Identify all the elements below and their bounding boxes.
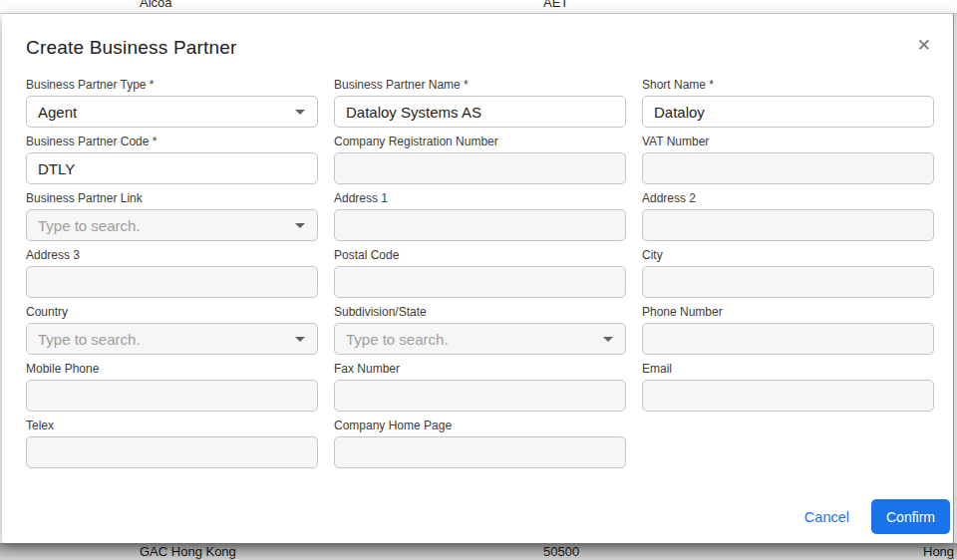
field-value: Type to search. [38, 331, 141, 348]
field-short-name: Short Name * Dataloy [642, 78, 934, 128]
input-short-name[interactable]: Dataloy [642, 96, 934, 128]
confirm-button[interactable]: Confirm [871, 499, 950, 534]
chevron-down-icon [295, 223, 305, 228]
input-business-partner-name[interactable]: Dataloy Systems AS [334, 96, 626, 128]
field-phone-number: Phone Number [642, 305, 934, 355]
chevron-down-icon [603, 337, 613, 342]
field-label: Business Partner Name * [334, 78, 626, 92]
field-telex: Telex [26, 419, 318, 468]
field-label: Mobile Phone [26, 362, 318, 376]
field-mobile-phone: Mobile Phone [26, 362, 318, 412]
field-subdivision-state: Subdivision/State Type to search. [334, 305, 626, 355]
field-business-partner-name: Business Partner Name * Dataloy Systems … [334, 78, 626, 128]
field-label: Email [642, 362, 934, 376]
field-country: Country Type to search. [26, 305, 318, 355]
background-table-row-top: Alcoa AET [0, 0, 957, 14]
field-address-2: Address 2 [642, 191, 934, 241]
cancel-button[interactable]: Cancel [802, 505, 851, 529]
close-icon[interactable]: ✕ [913, 36, 935, 56]
field-business-partner-code: Business Partner Code * DTLY [26, 135, 318, 184]
dialog-footer: Cancel Confirm [802, 499, 950, 534]
field-label: Company Home Page [334, 419, 626, 432]
create-business-partner-dialog: Create Business Partner ✕ Business Partn… [2, 14, 953, 543]
input-company-registration-number[interactable] [334, 152, 626, 184]
input-email[interactable] [642, 380, 934, 412]
field-email: Email [642, 362, 934, 412]
input-phone-number[interactable] [642, 323, 934, 355]
select-subdivision-state[interactable]: Type to search. [334, 323, 626, 355]
field-value: Dataloy Systems AS [346, 104, 481, 121]
input-postal-code[interactable] [334, 266, 626, 298]
background-cell: Hong K [923, 544, 957, 559]
field-city: City [642, 248, 934, 298]
field-value: Agent [38, 104, 77, 121]
background-cell: Alcoa [140, 0, 172, 10]
field-postal-code: Postal Code [334, 248, 626, 298]
input-business-partner-code[interactable]: DTLY [26, 152, 318, 184]
chevron-down-icon [295, 110, 305, 115]
background-cell: 50500 [543, 544, 579, 559]
field-vat-number: VAT Number [642, 135, 934, 184]
field-address-3: Address 3 [26, 248, 318, 298]
field-business-partner-link: Business Partner Link Type to search. [26, 191, 318, 241]
input-vat-number[interactable] [642, 152, 934, 184]
field-label: Country [26, 305, 318, 319]
input-address-2[interactable] [642, 209, 934, 241]
field-label: Subdivision/State [334, 305, 626, 319]
input-company-home-page[interactable] [334, 436, 626, 468]
field-label: Company Registration Number [334, 135, 626, 148]
field-value: DTLY [38, 160, 75, 177]
input-city[interactable] [642, 266, 934, 298]
field-label: Business Partner Link [26, 191, 318, 205]
form-grid: Business Partner Type * Agent Business P… [26, 78, 953, 468]
background-table-row-bottom: GAC Hong Kong 50500 Hong K [0, 543, 957, 560]
select-country[interactable]: Type to search. [26, 323, 318, 355]
field-business-partner-type: Business Partner Type * Agent [26, 78, 318, 128]
field-fax-number: Fax Number [334, 362, 626, 412]
field-value: Type to search. [38, 217, 141, 234]
input-fax-number[interactable] [334, 380, 626, 412]
field-label: Telex [26, 419, 318, 432]
field-label: Fax Number [334, 362, 626, 376]
background-cell: AET [543, 0, 568, 10]
input-address-3[interactable] [26, 266, 318, 298]
chevron-down-icon [295, 337, 305, 342]
field-label: City [642, 248, 934, 262]
dialog-title: Create Business Partner [26, 36, 237, 59]
field-label: Address 2 [642, 191, 934, 205]
field-value: Type to search. [346, 331, 449, 348]
select-business-partner-link[interactable]: Type to search. [26, 209, 318, 241]
field-label: VAT Number [642, 135, 934, 148]
field-label: Postal Code [334, 248, 626, 262]
input-telex[interactable] [26, 436, 318, 468]
background-cell: GAC Hong Kong [140, 544, 236, 559]
dialog-header: Create Business Partner ✕ [2, 14, 953, 59]
field-label: Business Partner Type * [26, 78, 318, 92]
field-address-1: Address 1 [334, 191, 626, 241]
field-company-home-page: Company Home Page [334, 419, 626, 468]
window-right-edge [953, 14, 954, 560]
field-label: Short Name * [642, 78, 934, 92]
field-company-registration-number: Company Registration Number [334, 135, 626, 184]
input-address-1[interactable] [334, 209, 626, 241]
input-mobile-phone[interactable] [26, 380, 318, 412]
field-label: Phone Number [642, 305, 934, 319]
field-label: Address 1 [334, 191, 626, 205]
field-value: Dataloy [654, 104, 705, 121]
field-label: Address 3 [26, 248, 318, 262]
field-label: Business Partner Code * [26, 135, 318, 148]
select-business-partner-type[interactable]: Agent [26, 96, 318, 128]
